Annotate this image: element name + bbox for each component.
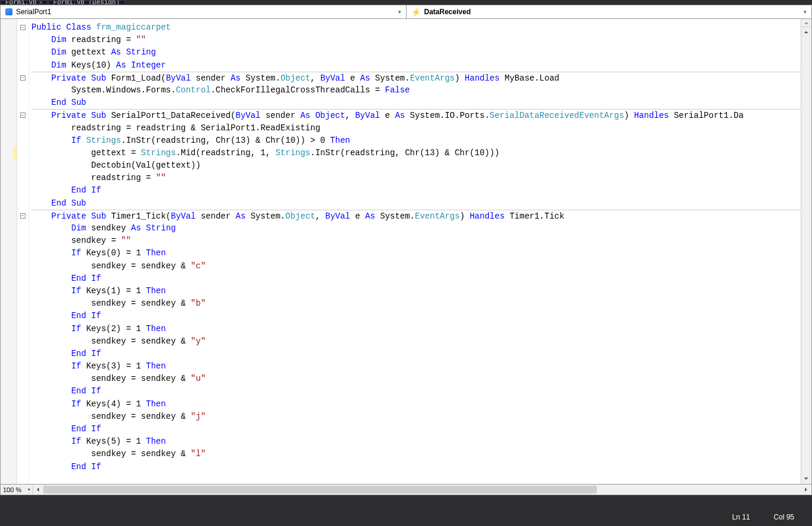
scroll-track[interactable] [801, 37, 811, 474]
gutter-row [1, 122, 17, 134]
code-line[interactable]: gettext = Strings.Mid(readstring, 1, Str… [31, 147, 801, 159]
status-column: Col 95 [773, 513, 794, 521]
fold-row: − [17, 210, 28, 222]
gutter-row [1, 147, 17, 159]
fold-row: − [17, 21, 28, 34]
code-line[interactable]: Dectobin(Val(gettext)) [31, 159, 801, 172]
gutter-row [1, 385, 17, 397]
code-line[interactable]: End If [31, 272, 801, 285]
code-line[interactable]: If Keys(5) = 1 Then [31, 435, 801, 448]
gutter-row [1, 134, 17, 147]
split-icon[interactable]: ⇿ [801, 19, 811, 27]
fold-row [17, 34, 28, 46]
code-line[interactable]: sendkey = sendkey & "u" [31, 373, 801, 385]
code-line[interactable]: Public Class frm_magiccarpet [31, 21, 801, 34]
gutter-row [1, 84, 17, 97]
code-line[interactable]: End Sub [31, 97, 801, 109]
fold-row [17, 97, 28, 109]
fold-row [17, 134, 28, 147]
code-line[interactable]: End If [31, 423, 801, 435]
code-line[interactable]: readstring = readstring & SerialPort1.Re… [31, 122, 801, 134]
code-line[interactable]: If Keys(2) = 1 Then [31, 323, 801, 335]
tab-form-design[interactable]: Form1.vb [Design] [48, 0, 125, 5]
code-line[interactable]: If Keys(1) = 1 Then [31, 285, 801, 297]
zoom-dropdown[interactable]: 100 % ▾ [1, 486, 33, 493]
code-area[interactable]: Public Class frm_magiccarpet Dim readstr… [29, 19, 801, 484]
status-line: Ln 11 [732, 513, 750, 521]
code-line[interactable]: If Keys(3) = 1 Then [31, 360, 801, 373]
code-line[interactable]: End If [31, 461, 801, 473]
tab-label: Form1.vb [5, 0, 37, 5]
fold-row [17, 348, 28, 360]
fold-row [17, 147, 28, 159]
scroll-left-icon[interactable]: ⏴ [33, 485, 43, 495]
code-line[interactable]: Dim readstring = "" [31, 34, 801, 46]
code-line[interactable]: Dim Keys(10) As Integer [31, 59, 801, 72]
fold-row: − [17, 72, 28, 84]
code-line[interactable]: sendkey = sendkey & "c" [31, 260, 801, 272]
scroll-track[interactable] [43, 485, 801, 495]
code-line[interactable]: Private Sub Timer1_Tick(ByVal sender As … [31, 210, 801, 222]
horizontal-scrollbar[interactable]: ⏴ ⏵ [33, 485, 811, 495]
fold-row: − [17, 109, 28, 121]
fold-row [17, 235, 28, 247]
fold-row [17, 398, 28, 410]
chevron-down-icon: ▾ [398, 9, 401, 15]
code-line[interactable]: sendkey = sendkey & "l" [31, 448, 801, 460]
code-line[interactable]: Dim gettext As String [31, 46, 801, 59]
gutter-row [1, 423, 17, 435]
vertical-scrollbar[interactable]: ⇿ ⏶ ⏷ [801, 19, 811, 484]
gutter-row [1, 323, 17, 335]
member-dropdown[interactable]: ⚡ DataReceived ▾ [407, 5, 812, 18]
zoom-value: 100 % [3, 486, 21, 493]
fold-row [17, 247, 28, 259]
code-line[interactable]: End If [31, 184, 801, 197]
code-line[interactable]: sendkey = sendkey & "y" [31, 335, 801, 348]
code-line[interactable]: readstring = "" [31, 172, 801, 184]
fold-row [17, 410, 28, 423]
scroll-up-icon[interactable]: ⏶ [801, 27, 811, 37]
gutter-row [1, 247, 17, 259]
gutter-row [1, 335, 17, 348]
code-line[interactable]: Dim sendkey As String [31, 222, 801, 235]
code-line[interactable]: sendkey = sendkey & "j" [31, 410, 801, 423]
code-line[interactable]: Private Sub Form1_Load(ByVal sender As S… [31, 72, 801, 84]
gutter-row [1, 72, 17, 84]
tab-form-vb[interactable]: Form1.vb ✕ [0, 0, 48, 5]
code-line[interactable]: System.Windows.Forms.Control.CheckForIll… [31, 84, 801, 97]
scroll-down-icon[interactable]: ⏷ [801, 474, 811, 484]
gutter-row [1, 46, 17, 59]
code-line[interactable]: sendkey = "" [31, 235, 801, 247]
fold-row [17, 122, 28, 134]
indicator-margin [1, 19, 17, 484]
fold-row [17, 260, 28, 272]
code-line[interactable]: sendkey = sendkey & "b" [31, 297, 801, 310]
code-line[interactable]: If Keys(0) = 1 Then [31, 247, 801, 259]
scope-dropdown[interactable]: SerialPort1 ▾ [1, 5, 407, 18]
chevron-down-icon: ▾ [28, 487, 30, 492]
code-line[interactable]: End If [31, 310, 801, 322]
code-line[interactable]: End Sub [31, 197, 801, 210]
fold-toggle-icon[interactable]: − [20, 25, 25, 30]
scroll-thumb[interactable] [43, 486, 597, 493]
code-line[interactable]: End If [31, 348, 801, 360]
fold-toggle-icon[interactable]: − [20, 113, 25, 118]
fold-toggle-icon[interactable]: − [20, 213, 25, 219]
gutter-row [1, 59, 17, 72]
gutter-row [1, 435, 17, 448]
chevron-down-icon: ▾ [804, 9, 807, 15]
code-line[interactable]: If Keys(4) = 1 Then [31, 398, 801, 410]
gutter-row [1, 285, 17, 297]
fold-toggle-icon[interactable]: − [20, 75, 25, 81]
scroll-right-icon[interactable]: ⏵ [801, 485, 811, 495]
fold-row [17, 285, 28, 297]
outline-margin: −−−− [17, 19, 29, 484]
code-editor: −−−− Public Class frm_magiccarpet Dim re… [0, 19, 812, 485]
event-icon: ⚡ [411, 8, 421, 17]
code-line[interactable]: If Strings.InStr(readstring, Chr(13) & C… [31, 134, 801, 147]
fold-row [17, 197, 28, 210]
fold-row [17, 385, 28, 397]
code-line[interactable]: End If [31, 385, 801, 397]
code-line[interactable]: Private Sub SerialPort1_DataReceived(ByV… [31, 109, 801, 121]
close-icon[interactable]: ✕ [39, 0, 43, 5]
